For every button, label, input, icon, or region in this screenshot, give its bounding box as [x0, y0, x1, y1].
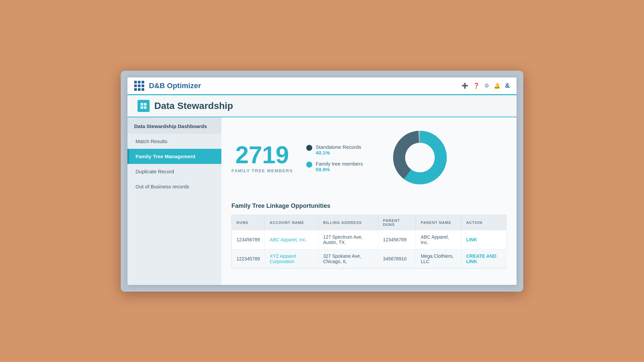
sidebar: Data Stewardship Dashboards Match Result…	[127, 117, 221, 285]
cell-parent-name: ABC Apparel, Inc.	[416, 230, 461, 249]
legend-item-family: Family tree members 59.9%	[306, 161, 363, 172]
top-nav: D&B Optimizer ➕ ❓ ⚙ 🔔 &	[127, 77, 517, 95]
cell-action: CREATE AND LINK	[461, 249, 506, 268]
col-header-duns: DUNS	[232, 215, 265, 230]
sidebar-item-match-results[interactable]: Match Results	[127, 134, 221, 149]
dashboard-panel: 2719 FAMILY TREE MEMBERS Standalone Reco…	[221, 117, 517, 285]
sidebar-header: Data Stewardship Dashboards	[127, 117, 221, 134]
action-link[interactable]: CREATE AND LINK	[466, 253, 496, 264]
screen-wrapper: D&B Optimizer ➕ ❓ ⚙ 🔔 & Data Stewardship	[121, 71, 523, 292]
sidebar-item-out-of-business[interactable]: Out of Business records	[127, 179, 221, 194]
col-header-parent-name: PARENT NAME	[416, 215, 461, 230]
app-title: D&B Optimizer	[149, 81, 201, 90]
svg-rect-3	[144, 106, 147, 109]
donut-chart	[390, 127, 450, 188]
col-header-billing: BILLING ADDRESS	[318, 215, 378, 230]
notifications-icon[interactable]: 🔔	[494, 82, 500, 89]
legend-text-family: Family tree members 59.9%	[316, 161, 363, 172]
data-table: DUNS ACCOUNT NAME BILLING ADDRESS PARENT…	[231, 215, 506, 268]
main-content: Data Stewardship Dashboards Match Result…	[127, 117, 517, 285]
settings-icon[interactable]: ⚙	[484, 82, 489, 89]
table-row: 122345789 XYZ Apparel Corporation 327 Sp…	[232, 249, 506, 268]
account-link[interactable]: XYZ Apparel Corporation	[270, 253, 296, 264]
legend-text-standalone: Standalone Records 40.1%	[316, 144, 361, 156]
cell-duns: 123456789	[232, 230, 265, 249]
table-title: Family Tree Linkage Opportunities	[231, 202, 506, 209]
account-link[interactable]: ABC Apparel, Inc.	[270, 237, 307, 242]
count-label: FAMILY TREE MEMBERS	[231, 168, 293, 173]
top-nav-right: ➕ ❓ ⚙ 🔔 &	[462, 82, 510, 89]
user-icon[interactable]: &	[505, 82, 510, 89]
cell-parent-duns: 123456789	[378, 230, 416, 249]
sidebar-item-family-tree[interactable]: Family Tree Management	[127, 149, 221, 164]
page-header-icon	[138, 100, 150, 112]
page-title: Data Stewardship	[154, 101, 233, 111]
sidebar-item-duplicate-record[interactable]: Duplicate Record	[127, 164, 221, 179]
table-header-row: DUNS ACCOUNT NAME BILLING ADDRESS PARENT…	[232, 215, 506, 230]
cell-parent-name: Mega Clothiers, LLC	[416, 249, 461, 268]
top-nav-left: D&B Optimizer	[134, 81, 201, 91]
donut-chart-container	[390, 127, 450, 189]
legend-item-standalone: Standalone Records 40.1%	[306, 144, 363, 156]
cell-action: LINK	[461, 230, 506, 249]
table-row: 123456789 ABC Apparel, Inc. 127 Spectrum…	[232, 230, 506, 249]
cell-duns: 122345789	[232, 249, 265, 268]
legend-section: Standalone Records 40.1% Family tree mem…	[306, 144, 363, 172]
cell-account: ABC Apparel, Inc.	[265, 230, 318, 249]
cell-billing: 327 Spokane Ave, Chicago, IL	[318, 249, 378, 268]
family-dot	[306, 162, 312, 168]
add-icon[interactable]: ➕	[462, 82, 468, 89]
help-icon[interactable]: ❓	[473, 82, 480, 89]
family-tree-count: 2719 FAMILY TREE MEMBERS	[231, 143, 293, 173]
stats-section: 2719 FAMILY TREE MEMBERS Standalone Reco…	[231, 127, 506, 189]
page-header: Data Stewardship	[127, 95, 517, 117]
svg-point-8	[405, 143, 435, 172]
svg-rect-0	[141, 103, 143, 106]
cell-account: XYZ Apparel Corporation	[265, 249, 318, 268]
col-header-parent-duns: PARENT DUNS	[378, 215, 416, 230]
svg-rect-1	[144, 103, 147, 106]
col-header-account: ACCOUNT NAME	[265, 215, 318, 230]
action-link[interactable]: LINK	[466, 237, 477, 242]
cell-parent-duns: 345678910	[378, 249, 416, 268]
app-window: D&B Optimizer ➕ ❓ ⚙ 🔔 & Data Stewardship	[127, 77, 517, 285]
count-number: 2719	[231, 143, 293, 167]
standalone-dot	[306, 145, 312, 151]
cell-billing: 127 Spectrum Ave, Austin, TX.	[318, 230, 378, 249]
grid-icon[interactable]	[134, 81, 144, 91]
col-header-action: ACTION	[461, 215, 506, 230]
svg-rect-2	[141, 106, 143, 109]
table-section: Family Tree Linkage Opportunities DUNS A…	[231, 202, 506, 268]
